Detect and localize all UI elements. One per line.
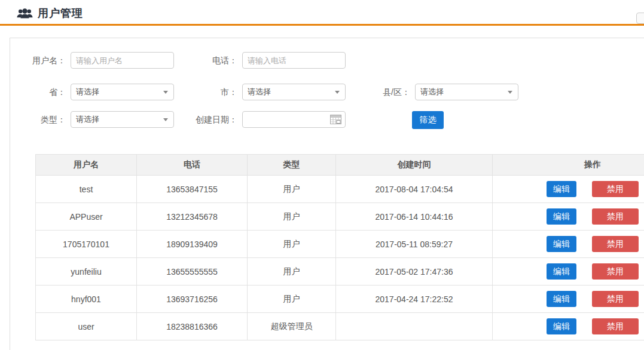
phone-label: 电话： — [185, 52, 237, 69]
user-table: 用户名 电话 类型 创建时间 操作 test 13653847155 用户 20… — [35, 154, 644, 340]
type-select[interactable]: 请选择 — [71, 111, 174, 128]
corner-widget — [636, 13, 644, 24]
cell-type: 用户 — [248, 176, 336, 203]
city-label: 市： — [185, 84, 237, 100]
cell-created: 2017-04-24 17:22:52 — [336, 285, 493, 313]
table-header-row: 用户名 电话 类型 创建时间 操作 — [36, 155, 644, 176]
type-label: 类型： — [13, 111, 66, 128]
disable-button[interactable]: 禁用 — [592, 181, 639, 197]
col-username: 用户名 — [36, 155, 137, 176]
table-row: APPuser 13212345678 用户 2017-06-14 10:44:… — [36, 203, 644, 231]
district-select[interactable]: 请选择 — [415, 84, 518, 100]
district-label: 县/区： — [358, 84, 410, 100]
cell-username: yunfeiliu — [36, 258, 137, 285]
disable-button[interactable]: 禁用 — [592, 318, 639, 334]
cell-phone: 18238816366 — [137, 313, 248, 340]
users-icon — [17, 7, 33, 20]
city-select[interactable]: 请选择 — [242, 84, 346, 100]
cell-phone: 13655555555 — [137, 258, 248, 285]
create-date-input[interactable] — [242, 111, 346, 128]
cell-phone: 13693716256 — [137, 285, 248, 313]
page-title: 用户管理 — [38, 6, 83, 20]
cell-username: user — [36, 313, 137, 340]
username-input[interactable] — [71, 52, 174, 69]
chevron-down-icon — [163, 118, 168, 121]
cell-username: test — [36, 176, 137, 203]
disable-button[interactable]: 禁用 — [592, 291, 639, 307]
cell-username: 1705170101 — [36, 231, 137, 258]
chevron-down-icon — [163, 91, 168, 94]
header-divider — [0, 24, 644, 26]
col-actions: 操作 — [493, 155, 644, 176]
phone-input[interactable] — [242, 52, 346, 69]
content-panel: 用户名： 电话： 省： 请选择 市： 请选择 县/区： 请选择 类型： 请选择 — [10, 38, 644, 350]
edit-button[interactable]: 编辑 — [547, 236, 576, 252]
edit-button[interactable]: 编辑 — [547, 291, 576, 307]
cell-username: hnyf001 — [36, 285, 137, 313]
cell-created: 2017-06-14 10:44:16 — [336, 203, 493, 231]
cell-type: 用户 — [248, 203, 336, 231]
username-label: 用户名： — [13, 52, 66, 69]
edit-button[interactable]: 编辑 — [547, 263, 576, 280]
col-created: 创建时间 — [336, 155, 493, 176]
cell-type: 用户 — [248, 258, 336, 285]
cell-created: 2017-05-02 17:47:36 — [336, 258, 493, 285]
province-select[interactable]: 请选择 — [71, 84, 174, 100]
edit-button[interactable]: 编辑 — [547, 208, 576, 225]
disable-button[interactable]: 禁用 — [592, 263, 639, 280]
table-row: 1705170101 18909139409 用户 2017-05-11 08:… — [36, 231, 644, 258]
cell-created — [336, 313, 493, 340]
filter-button[interactable]: 筛选 — [412, 111, 444, 129]
page-header: 用户管理 — [0, 0, 644, 24]
edit-button[interactable]: 编辑 — [547, 318, 576, 334]
cell-phone: 18909139409 — [137, 231, 248, 258]
edit-button[interactable]: 编辑 — [547, 181, 576, 197]
chevron-down-icon — [508, 91, 512, 94]
disable-button[interactable]: 禁用 — [592, 236, 639, 252]
create-date-label: 创建日期： — [185, 111, 237, 128]
cell-phone: 13653847155 — [137, 176, 248, 203]
chevron-down-icon — [335, 91, 340, 94]
col-phone: 电话 — [137, 155, 248, 176]
table-row: test 13653847155 用户 2017-08-04 17:04:54 … — [36, 176, 644, 203]
cell-type: 用户 — [248, 285, 336, 313]
cell-username: APPuser — [36, 203, 137, 231]
calendar-icon[interactable] — [330, 115, 341, 127]
disable-button[interactable]: 禁用 — [592, 208, 639, 225]
col-type: 类型 — [248, 155, 336, 176]
cell-created: 2017-08-04 17:04:54 — [336, 176, 493, 203]
table-row: hnyf001 13693716256 用户 2017-04-24 17:22:… — [36, 285, 644, 313]
cell-phone: 13212345678 — [137, 203, 248, 231]
cell-created: 2017-05-11 08:59:27 — [336, 231, 493, 258]
province-label: 省： — [13, 84, 66, 100]
cell-type: 用户 — [248, 231, 336, 258]
table-row: yunfeiliu 13655555555 用户 2017-05-02 17:4… — [36, 258, 644, 285]
cell-type: 超级管理员 — [248, 313, 336, 340]
table-row: user 18238816366 超级管理员 编辑 禁用 — [36, 313, 644, 340]
